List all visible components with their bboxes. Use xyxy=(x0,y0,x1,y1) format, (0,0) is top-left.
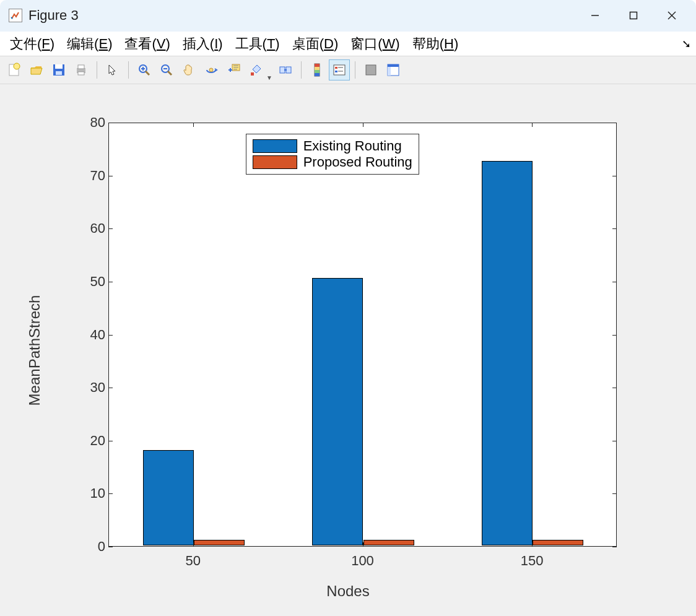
minimize-button[interactable] xyxy=(576,3,614,28)
svg-line-13 xyxy=(146,71,149,75)
bar-series0 xyxy=(312,278,363,545)
zoom-out-button[interactable] xyxy=(156,59,177,80)
plot-layout-button[interactable] xyxy=(383,59,404,80)
matlab-figure-icon xyxy=(9,9,22,22)
window-controls xyxy=(576,3,691,28)
toolbar-separator xyxy=(128,61,129,79)
svg-rect-42 xyxy=(388,67,391,76)
x-tick-label: 50 xyxy=(186,553,201,569)
menu-edit[interactable]: 编辑(E) xyxy=(61,32,118,56)
svg-rect-20 xyxy=(232,64,240,71)
svg-rect-40 xyxy=(388,64,399,76)
legend-label: Proposed Routing xyxy=(303,154,412,170)
svg-rect-1 xyxy=(630,12,637,19)
svg-point-16 xyxy=(162,65,169,72)
y-tick-label: 0 xyxy=(74,539,105,555)
bar-series1 xyxy=(363,540,414,545)
svg-rect-6 xyxy=(53,64,64,76)
dock-arrow-icon[interactable]: ➘ xyxy=(682,37,691,51)
colorbar-button[interactable] xyxy=(307,59,328,80)
svg-rect-28 xyxy=(286,67,291,73)
svg-rect-39 xyxy=(366,65,376,75)
menu-view[interactable]: 查看(V) xyxy=(118,32,176,56)
legend-button[interactable] xyxy=(329,59,350,80)
hide-plot-tools-button[interactable] xyxy=(360,59,381,80)
bar-series0 xyxy=(482,161,533,545)
data-cursor-button[interactable] xyxy=(223,59,244,80)
svg-rect-9 xyxy=(77,68,85,73)
y-tick-label: 50 xyxy=(74,274,105,290)
y-tick-label: 70 xyxy=(74,168,105,184)
toolbar-separator xyxy=(301,61,302,79)
y-tick-label: 10 xyxy=(74,485,105,501)
menu-desktop[interactable]: 桌面(D) xyxy=(286,32,345,56)
svg-rect-26 xyxy=(251,72,254,76)
rotate-3d-button[interactable] xyxy=(201,59,222,80)
toolbar-separator xyxy=(355,61,355,79)
menu-bar: 文件(F) 编辑(E) 查看(V) 插入(I) 工具(T) 桌面(D) 窗口(W… xyxy=(0,31,696,56)
maximize-button[interactable] xyxy=(614,3,653,28)
svg-rect-32 xyxy=(315,70,320,73)
axes[interactable] xyxy=(108,123,617,547)
svg-point-5 xyxy=(14,63,20,69)
svg-point-12 xyxy=(139,65,147,72)
menu-window[interactable]: 窗口(W) xyxy=(344,32,406,56)
y-tick-label: 60 xyxy=(74,220,105,236)
menu-help[interactable]: 帮助(H) xyxy=(406,32,465,56)
new-figure-button[interactable] xyxy=(4,59,25,80)
link-plots-button[interactable] xyxy=(275,59,296,80)
legend-swatch-icon xyxy=(253,139,297,153)
y-tick-label: 20 xyxy=(74,433,105,449)
svg-rect-7 xyxy=(55,64,63,69)
pan-button[interactable] xyxy=(178,59,199,80)
svg-rect-4 xyxy=(9,64,19,76)
toolbar-separator xyxy=(97,61,97,79)
x-tick-label: 100 xyxy=(351,553,374,569)
y-tick-label: 40 xyxy=(74,327,105,343)
svg-line-17 xyxy=(168,71,172,75)
svg-rect-29 xyxy=(315,64,320,76)
brush-button[interactable] xyxy=(245,59,266,80)
y-axis-label: MeanPathStrech xyxy=(26,295,43,406)
legend-label: Existing Routing xyxy=(303,138,402,154)
svg-rect-31 xyxy=(315,67,320,70)
svg-rect-30 xyxy=(315,64,320,67)
print-button[interactable] xyxy=(71,59,92,80)
brush-dropdown-icon[interactable]: ▼ xyxy=(266,74,271,81)
pointer-button[interactable] xyxy=(102,59,123,80)
svg-rect-34 xyxy=(334,65,345,75)
svg-rect-11 xyxy=(78,72,84,75)
legend-swatch-icon xyxy=(253,155,297,169)
close-button[interactable] xyxy=(653,3,691,28)
svg-point-19 xyxy=(209,68,213,72)
legend-entry: Existing Routing xyxy=(253,138,412,154)
title-bar: Figure 3 xyxy=(0,0,696,31)
legend-box[interactable]: Existing RoutingProposed Routing xyxy=(246,134,419,175)
svg-rect-37 xyxy=(335,71,337,72)
figure-canvas: MeanPathStrech Nodes 0102030405060708050… xyxy=(0,84,696,616)
svg-rect-35 xyxy=(335,67,337,69)
svg-rect-41 xyxy=(388,64,399,67)
save-button[interactable] xyxy=(48,59,69,80)
menu-tools[interactable]: 工具(T) xyxy=(229,32,286,56)
window-title: Figure 3 xyxy=(28,7,576,24)
bar-series0 xyxy=(143,450,194,545)
svg-rect-27 xyxy=(280,67,285,73)
y-tick-label: 80 xyxy=(74,115,105,131)
legend-entry: Proposed Routing xyxy=(253,154,412,170)
bar-series1 xyxy=(533,540,583,545)
open-button[interactable] xyxy=(26,59,47,80)
bar-series1 xyxy=(194,540,245,545)
x-axis-label: Nodes xyxy=(326,583,369,600)
svg-rect-10 xyxy=(78,65,84,69)
toolbar: ▼ xyxy=(0,56,696,84)
svg-rect-8 xyxy=(56,71,62,75)
menu-insert[interactable]: 插入(I) xyxy=(176,32,229,56)
svg-rect-33 xyxy=(315,73,320,76)
zoom-in-button[interactable] xyxy=(134,59,155,80)
menu-file[interactable]: 文件(F) xyxy=(4,32,61,56)
y-tick-label: 30 xyxy=(74,380,105,396)
x-tick-label: 150 xyxy=(521,553,544,569)
